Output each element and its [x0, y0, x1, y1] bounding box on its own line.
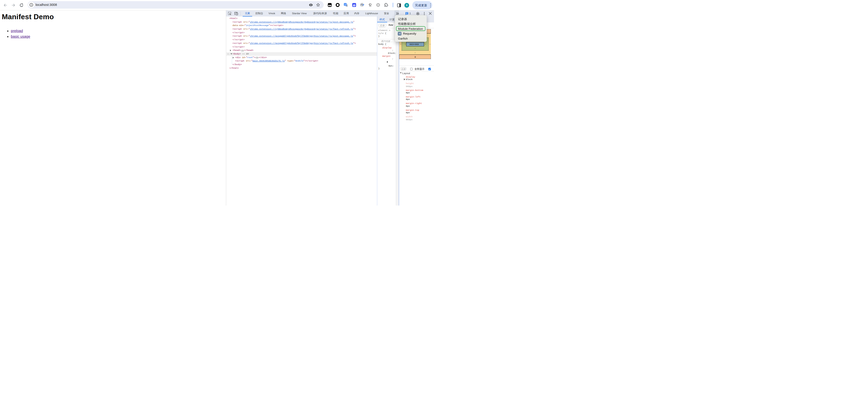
svg-text:G: G: [344, 3, 346, 6]
